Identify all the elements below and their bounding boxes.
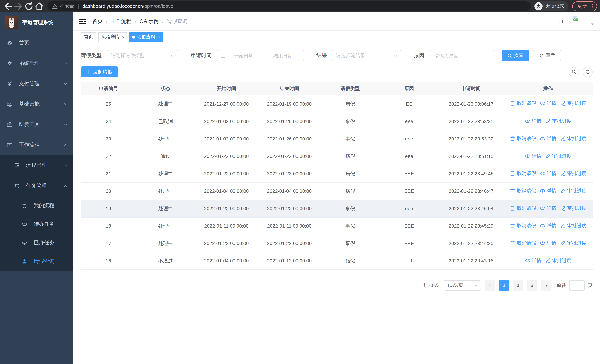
detail-link[interactable]: 详情 bbox=[540, 170, 556, 177]
back-icon[interactable] bbox=[3, 1, 13, 11]
toggle-search-button[interactable] bbox=[569, 67, 579, 77]
detail-link[interactable]: 详情 bbox=[525, 257, 542, 264]
cell-type: 事假 bbox=[321, 130, 380, 148]
cancel-leave-link[interactable]: 取消请假 bbox=[510, 240, 536, 246]
approval-progress-link[interactable]: 审批进度 bbox=[560, 240, 586, 246]
sidebar-item-流程管理[interactable]: 流程管理 bbox=[0, 155, 73, 176]
cancel-leave-link[interactable]: 取消请假 bbox=[510, 170, 536, 177]
cell-start: 2022-01-22 00:00:00 bbox=[195, 200, 258, 217]
leave-type-select[interactable]: 请选择请假类型 bbox=[107, 50, 178, 61]
result-select[interactable]: 请选择流结果 bbox=[332, 50, 401, 61]
avatar-caret-icon[interactable] bbox=[590, 22, 594, 26]
detail-link[interactable]: 详情 bbox=[525, 152, 542, 159]
tab-close-icon[interactable]: × bbox=[122, 35, 124, 39]
detail-link[interactable]: 详情 bbox=[540, 222, 556, 229]
action-label: 取消请假 bbox=[517, 100, 536, 107]
start-date-input[interactable] bbox=[226, 52, 261, 59]
detail-link[interactable]: 详情 bbox=[525, 118, 542, 124]
sidebar-item-研发工具[interactable]: 研发工具 bbox=[0, 114, 73, 135]
cell-actions: 取消请假详情审批进度 bbox=[504, 182, 593, 200]
cell-applied: 2022-01-22 23:51:15 bbox=[439, 148, 504, 165]
end-date-input[interactable] bbox=[265, 52, 300, 59]
chevron-down-icon bbox=[64, 122, 67, 126]
tab-流程详情[interactable]: 流程详情× bbox=[98, 32, 127, 42]
sidebar-item-我的流程[interactable]: 我的流程 bbox=[0, 196, 73, 215]
page-button-2[interactable]: 2 bbox=[513, 280, 523, 290]
cell-end: 2022-01-22 00:00:00 bbox=[258, 200, 321, 217]
reason-input[interactable] bbox=[430, 50, 494, 61]
sidebar-item-系统管理[interactable]: 系统管理 bbox=[0, 53, 73, 73]
action-label: 详情 bbox=[547, 100, 556, 107]
cancel-leave-link[interactable]: 取消请假 bbox=[510, 205, 536, 212]
breadcrumb-item[interactable]: OA 示例 bbox=[140, 18, 159, 25]
goto-page-input[interactable] bbox=[569, 280, 585, 290]
tab-label: 请假查询 bbox=[137, 34, 155, 40]
create-leave-button[interactable]: 发起请假 bbox=[81, 66, 118, 77]
approval-progress-link[interactable]: 审批进度 bbox=[560, 187, 586, 194]
browser-update-button[interactable]: 更新 bbox=[572, 1, 597, 11]
broken-image-icon bbox=[572, 15, 580, 22]
tab-请假查询[interactable]: 请假查询× bbox=[129, 32, 163, 42]
breadcrumb-item[interactable]: 工作流程 bbox=[111, 18, 131, 25]
next-page-button[interactable]: › bbox=[541, 280, 552, 290]
sidebar-item-基础设施[interactable]: 基础设施 bbox=[0, 94, 73, 114]
sidebar-item-支付管理[interactable]: 支付管理 bbox=[0, 73, 73, 94]
font-size-icon[interactable]: TT bbox=[559, 19, 564, 24]
cell-actions: 取消请假详情审批进度 bbox=[504, 130, 593, 148]
detail-link[interactable]: 详情 bbox=[540, 100, 556, 107]
eye-open-icon bbox=[540, 170, 546, 176]
reload-icon[interactable] bbox=[24, 1, 34, 11]
approval-progress-link[interactable]: 审批进度 bbox=[560, 135, 586, 142]
cell-end: 2022-01-26 00:00:00 bbox=[258, 113, 321, 130]
warning-icon bbox=[52, 3, 58, 9]
tab-首页[interactable]: 首页 bbox=[81, 32, 96, 42]
tab-label: 首页 bbox=[84, 34, 93, 40]
refresh-table-button[interactable] bbox=[582, 67, 593, 77]
approval-progress-link[interactable]: 审批进度 bbox=[560, 170, 586, 177]
tab-close-icon[interactable]: × bbox=[157, 35, 160, 39]
sidebar-item-待办任务[interactable]: 待办任务 bbox=[0, 215, 73, 233]
url-bar[interactable]: 不安全 dashboard.yudao.iocoder.cn /bpm/oa/l… bbox=[47, 1, 531, 11]
cell-status: 处理中 bbox=[136, 182, 195, 200]
home-icon[interactable] bbox=[34, 1, 45, 11]
prev-page-button[interactable]: ‹ bbox=[485, 280, 495, 290]
sidebar-item-工作流程[interactable]: 工作流程 bbox=[0, 135, 73, 155]
approval-progress-link[interactable]: 审批进度 bbox=[545, 152, 572, 159]
page-size-select[interactable]: 10条/页 bbox=[444, 280, 481, 290]
sidebar-item-已办任务[interactable]: 已办任务 bbox=[0, 233, 73, 252]
approval-progress-link[interactable]: 审批进度 bbox=[545, 118, 572, 124]
search-button[interactable]: 搜索 bbox=[502, 50, 529, 61]
detail-link[interactable]: 详情 bbox=[540, 205, 556, 212]
logo-row[interactable]: 芋道管理系统 bbox=[0, 12, 73, 33]
hamburger-icon[interactable] bbox=[79, 18, 86, 24]
browser-menu-icon[interactable] bbox=[590, 3, 595, 9]
sidebar-item-首页[interactable]: 首页 bbox=[0, 33, 73, 53]
sidebar-item-任务管理[interactable]: 任务管理 bbox=[0, 176, 73, 196]
leave-type-label: 请假类型 bbox=[81, 52, 102, 59]
detail-link[interactable]: 详情 bbox=[540, 135, 556, 142]
forward-icon[interactable] bbox=[13, 1, 24, 11]
approval-progress-link[interactable]: 审批进度 bbox=[560, 222, 586, 229]
page-button-1[interactable]: 1 bbox=[499, 280, 509, 290]
reset-button[interactable]: 重置 bbox=[534, 50, 561, 61]
calendar-icon bbox=[221, 53, 226, 58]
cancel-leave-link[interactable]: 取消请假 bbox=[510, 187, 536, 194]
sidebar-item-请假查询[interactable]: 请假查询 bbox=[0, 252, 73, 271]
eye-open-icon bbox=[540, 135, 546, 141]
trash-icon bbox=[510, 240, 516, 246]
detail-link[interactable]: 详情 bbox=[540, 187, 556, 194]
breadcrumb-item[interactable]: 首页 bbox=[92, 18, 103, 25]
chevron-down-icon bbox=[64, 102, 67, 106]
approval-progress-link[interactable]: 审批进度 bbox=[545, 257, 572, 264]
page-button-3[interactable]: 3 bbox=[527, 280, 537, 290]
avatar[interactable] bbox=[571, 14, 586, 29]
cancel-leave-link[interactable]: 取消请假 bbox=[510, 135, 536, 142]
sidebar-item-label: 支付管理 bbox=[19, 80, 40, 87]
cancel-leave-link[interactable]: 取消请假 bbox=[510, 222, 536, 229]
apply-time-range-picker[interactable]: - bbox=[217, 50, 304, 61]
cancel-leave-link[interactable]: 取消请假 bbox=[510, 100, 536, 107]
approval-progress-link[interactable]: 审批进度 bbox=[560, 100, 586, 107]
approval-progress-link[interactable]: 审批进度 bbox=[560, 205, 586, 212]
pager-buttons: ‹123› bbox=[485, 280, 552, 290]
detail-link[interactable]: 详情 bbox=[540, 240, 556, 246]
